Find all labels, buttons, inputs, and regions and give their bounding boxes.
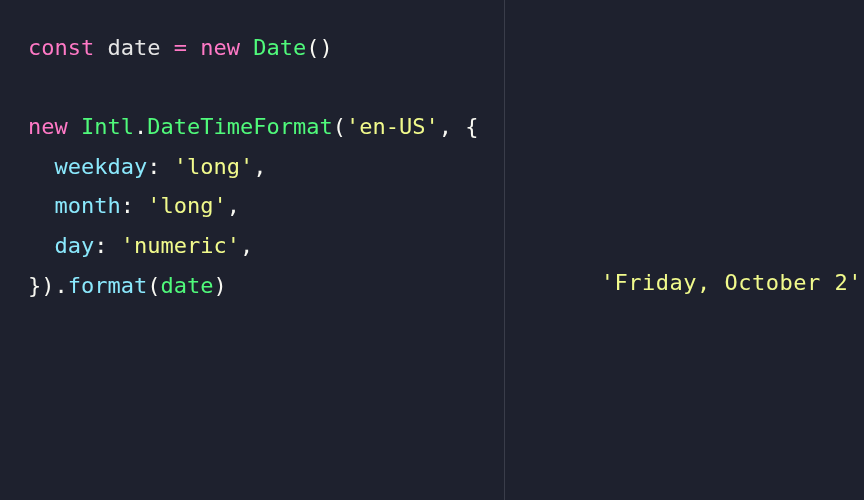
parens: () — [306, 35, 333, 60]
property-month: month — [55, 193, 121, 218]
string-numeric: 'numeric' — [121, 233, 240, 258]
comma-brace: , { — [439, 114, 479, 139]
code-line-4: weekday: 'long', — [28, 147, 504, 187]
paren-open: ( — [333, 114, 346, 139]
code-line-1: const date = new Date() — [28, 28, 504, 68]
keyword-const: const — [28, 35, 94, 60]
method-format: format — [68, 273, 147, 298]
space — [240, 35, 253, 60]
indent — [28, 233, 55, 258]
keyword-new: new — [28, 114, 68, 139]
variable-date: date — [94, 35, 173, 60]
property-weekday: weekday — [55, 154, 148, 179]
comma: , — [227, 193, 240, 218]
indent — [28, 193, 55, 218]
code-line-3: new Intl.DateTimeFormat('en-US', { — [28, 107, 504, 147]
colon: : — [147, 154, 174, 179]
arg-date: date — [160, 273, 213, 298]
code-line-5: month: 'long', — [28, 186, 504, 226]
colon: : — [121, 193, 148, 218]
space — [68, 114, 81, 139]
class-intl: Intl — [81, 114, 134, 139]
class-datetimeformat: DateTimeFormat — [147, 114, 332, 139]
code-line-7: }).format(date) — [28, 266, 504, 306]
class-date: Date — [253, 35, 306, 60]
output-pane: 'Friday, October 2' — [505, 0, 864, 500]
paren-close: ) — [213, 273, 226, 298]
code-line-blank — [28, 68, 504, 108]
output-value: 'Friday, October 2' — [601, 263, 862, 303]
property-day: day — [55, 233, 95, 258]
comma: , — [253, 154, 266, 179]
paren-open: ( — [147, 273, 160, 298]
colon: : — [94, 233, 121, 258]
comma: , — [240, 233, 253, 258]
close-brace-paren-dot: }). — [28, 273, 68, 298]
dot: . — [134, 114, 147, 139]
string-locale: 'en-US' — [346, 114, 439, 139]
code-line-6: day: 'numeric', — [28, 226, 504, 266]
code-pane: const date = new Date() new Intl.DateTim… — [0, 0, 505, 500]
keyword-new: new — [200, 35, 240, 60]
indent — [28, 154, 55, 179]
string-long: 'long' — [147, 193, 226, 218]
operator-assign: = — [174, 35, 201, 60]
string-long: 'long' — [174, 154, 253, 179]
